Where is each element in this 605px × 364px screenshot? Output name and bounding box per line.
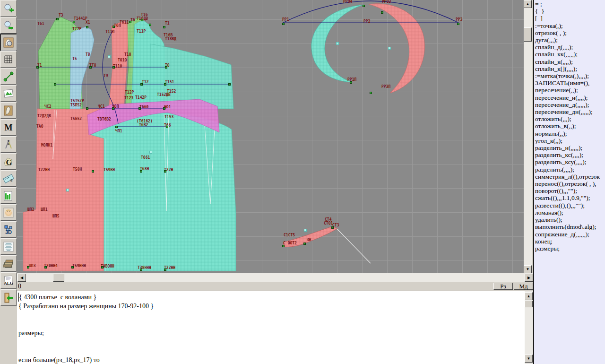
algorithm-editor[interactable]: { 4300 платье с воланами }{ Разработано … [17,291,525,364]
view-3d-button[interactable]: 3D [0,221,17,238]
pattern-point-label: ШП1 [41,208,47,212]
command-item[interactable]: пересечение(,,); [535,87,605,94]
command-item[interactable]: пересечение_дн(,,,,,); [535,108,605,115]
editor-line[interactable] [18,320,525,329]
pattern-point-label: Т152 [167,90,176,94]
zoom-out-icon [3,20,14,31]
command-item[interactable]: сопряжение_д(,,,,,,); [535,231,605,238]
editor-line[interactable] [18,347,525,355]
drawing-canvas[interactable]: Т61Т3Т1441РХ1Т77РТ11ПТ6ПТ611Т6Т16ДВТ16Т1… [17,0,524,273]
canvas-vertical-scrollbar[interactable]: ▲ ▼ [524,0,532,273]
command-item[interactable]: пересечение_д(,,,,,); [535,101,605,108]
segment-tool-button[interactable] [0,68,17,85]
editor-vertical-scrollbar[interactable]: ▲ ▼ [525,291,533,364]
editor-line[interactable]: если больше(рз_18,рз_17) то [18,355,525,364]
grid-button[interactable] [0,51,17,68]
compass-icon: A [3,139,14,150]
command-item[interactable]: поворот((),,,""); [535,187,605,194]
pattern-point-label: РР3 [456,18,462,22]
exit-button[interactable] [0,289,17,306]
command-item[interactable]: пересечение_н(,,,,); [535,94,605,101]
command-item[interactable]: размеры; [535,245,605,252]
ruler-button[interactable]: 8 [0,170,17,187]
command-item[interactable]: разделить_ксу(,,,,); [535,158,605,165]
pattern-point-label: Х1 [86,21,90,25]
scroll-up-icon[interactable]: ▲ [525,292,533,300]
command-item[interactable]: дуга(,,,); [535,36,605,43]
editor-line[interactable] [18,311,525,320]
books-icon [3,258,14,269]
pattern-point-marker [282,23,285,25]
command-item[interactable]: сплайн_к(,,,,); [535,58,605,65]
selected-point-marker [336,42,339,45]
pattern-point-marker [56,18,59,20]
editor-line[interactable]: { Разработано на размер женщины 170-92-1… [18,302,525,311]
pattern-point-label: РРО4 [343,0,352,4]
compass-button[interactable]: A [0,136,17,153]
command-item[interactable]: нормаль(,,); [535,130,605,137]
scroll-down-icon[interactable]: ▼ [524,265,532,273]
command-item[interactable]: развести((),(),,,""); [535,202,605,209]
command-item[interactable]: отложить(,,,); [535,115,605,122]
size-table-button[interactable] [0,187,17,204]
pattern-point-marker [27,266,29,269]
command-item[interactable]: ломаная(); [535,209,605,216]
pattern-point-label: ТВТ6В2 [97,118,111,121]
command-item[interactable]: разделить_кс(,,,,); [535,151,605,158]
command-item[interactable]: сплайн_кк(,,,,,); [535,51,605,58]
pattern-piece-button[interactable] [0,102,17,119]
command-list-panel: = ;{ }[ ]:=точка(,);отрезок( , );дуга(,,… [533,0,605,364]
letter-g-button[interactable]: G [0,153,17,170]
books-button[interactable] [0,255,17,272]
editor-line[interactable]: { 4300 платье с воланами } [18,293,525,302]
command-item[interactable]: [ ] [535,15,605,22]
text-list-button[interactable] [0,238,17,255]
command-item[interactable]: { } [535,8,605,15]
zoom-out-button[interactable] [0,17,17,34]
scroll-down-icon[interactable]: ▼ [525,355,533,363]
command-item[interactable]: ЗАПИСАТЬ(имя=(), [535,79,605,87]
editor-line[interactable]: размеры; [18,329,525,338]
model-photo-button[interactable] [0,204,17,221]
command-item[interactable]: удалить(); [535,216,605,223]
pattern-point-marker [164,269,166,271]
command-item[interactable]: сплайн_к[](,,,,); [535,65,605,72]
pattern-view-button[interactable] [0,34,17,51]
command-item[interactable]: сжать((),,,1.1,0.9,""); [535,194,605,201]
canvas-horizontal-scrollbar[interactable]: ◀ ▶ [17,273,533,282]
canvas-hscroll-thumb[interactable] [53,274,64,282]
command-item[interactable]: :=метка(точка(,),,,,); [535,72,605,79]
command-item[interactable]: отложить_в(,,); [535,122,605,130]
canvas-vscroll-thumb[interactable] [524,27,532,42]
pattern-point-label: Т152ДВ [157,93,171,97]
rz-button[interactable]: Рз [493,283,513,290]
pattern-point-marker [112,26,115,28]
editor-line[interactable] [18,338,525,347]
pattern-point-marker [36,66,39,69]
alg-document-button[interactable]: ALG [0,272,17,289]
command-item[interactable]: :=точка(,); [535,22,605,29]
scroll-left-icon[interactable]: ◀ [17,274,26,282]
command-item[interactable]: разделить(,,,,); [535,166,605,173]
command-item[interactable]: отрезок( , ); [535,29,605,36]
pattern-point-label: Т12 [142,80,148,84]
zoom-in-button[interactable] [0,0,17,17]
command-item[interactable]: = ; [535,0,605,8]
ruler-icon: 8 [3,173,14,184]
command-item[interactable]: симметрия_л((),отрезок [535,173,605,180]
command-item[interactable]: перенос((),отрезок( , ), [535,180,605,187]
command-item[interactable]: разделить_н(,,,,,); [535,144,605,151]
command-item[interactable]: сплайн_д(,,,,); [535,43,605,51]
command-item[interactable]: конец; [535,238,605,245]
command-item[interactable]: выполнить(dmod\.alg); [535,223,605,230]
md-button[interactable]: Мд [514,283,533,290]
pattern-point-label: Т5Т52Р [70,99,84,103]
command-item[interactable]: угол_к(,,); [535,137,605,144]
picture-button[interactable] [0,85,17,102]
selected-point-marker [108,55,111,58]
letter-m-button[interactable]: M [0,119,17,136]
scroll-up-icon[interactable]: ▲ [524,0,532,8]
scroll-right-icon[interactable]: ▶ [525,274,533,282]
selected-point-marker [304,229,307,232]
editor-vscroll-thumb[interactable] [525,301,533,307]
